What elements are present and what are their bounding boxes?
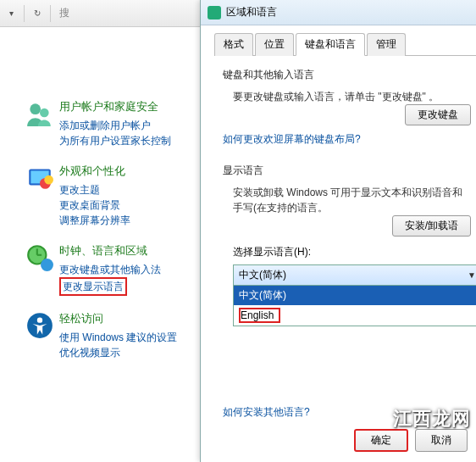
category-ease-of-access: 轻松访问 使用 Windows 建议的设置 优化视频显示 — [25, 311, 191, 360]
highlight-box: 更改显示语言 — [59, 277, 127, 296]
svg-point-1 — [40, 109, 49, 118]
link-screen-resolution[interactable]: 调整屏幕分辨率 — [59, 213, 191, 228]
section-heading: 键盘和其他输入语言 — [223, 68, 466, 82]
users-icon — [25, 99, 54, 128]
tabs: 格式 位置 键盘和语言 管理 — [214, 32, 476, 56]
category-title: 轻松访问 — [59, 311, 191, 326]
link-change-display-language[interactable]: 更改显示语言 — [63, 281, 124, 292]
tab-location[interactable]: 位置 — [255, 33, 294, 56]
control-panel-categories: 用户帐户和家庭安全 添加或删除用户帐户 为所有用户设置家长控制 外观和个性化 更… — [0, 27, 200, 462]
cancel-button[interactable]: 取消 — [415, 429, 468, 452]
dropdown-list: 中文(简体) English — [233, 286, 476, 326]
link-change-background[interactable]: 更改桌面背景 — [59, 198, 191, 213]
dialog-titlebar: 区域和语言 — [201, 0, 476, 25]
link-windows-suggestions[interactable]: 使用 Windows 建议的设置 — [59, 330, 191, 345]
link-parental-controls[interactable]: 为所有用户设置家长控制 — [59, 133, 191, 148]
dialog-buttons: 确定 取消 — [354, 429, 468, 452]
highlight-box: English — [239, 308, 280, 323]
dropdown-option[interactable]: 中文(简体) — [234, 286, 476, 305]
category-title: 时钟、语言和区域 — [59, 243, 191, 259]
tab-admin[interactable]: 管理 — [367, 33, 406, 56]
svg-point-9 — [41, 259, 53, 271]
svg-point-5 — [44, 175, 53, 185]
link-add-remove-user[interactable]: 添加或删除用户帐户 — [59, 118, 191, 133]
category-appearance: 外观和个性化 更改主题 更改桌面背景 调整屏幕分辨率 — [25, 164, 191, 228]
display-language-section: 显示语言 安装或卸载 Windows 可用于显示文本和识别语音和手写(在支持的语… — [209, 152, 476, 331]
globe-icon — [208, 6, 221, 19]
change-keyboard-button[interactable]: 更改键盘 — [405, 104, 471, 125]
search-input[interactable]: 搜 — [59, 6, 69, 20]
svg-point-0 — [30, 103, 41, 114]
divider — [50, 5, 51, 22]
tab-keyboard-language[interactable]: 键盘和语言 — [296, 33, 365, 56]
dropdown-icon[interactable]: ▾ — [3, 6, 19, 21]
dropdown-selected[interactable]: 中文(简体) ▼ — [233, 264, 476, 286]
install-uninstall-language-button[interactable]: 安装/卸载语 — [392, 215, 471, 237]
link-optimize-video[interactable]: 优化视频显示 — [59, 345, 191, 360]
link-change-theme[interactable]: 更改主题 — [59, 182, 191, 198]
category-clock-language: 时钟、语言和区域 更改键盘或其他输入法 更改显示语言 — [25, 243, 191, 296]
category-user-accounts: 用户帐户和家庭安全 添加或删除用户帐户 为所有用户设置家长控制 — [25, 99, 191, 148]
category-title: 外观和个性化 — [59, 164, 191, 179]
appearance-icon — [25, 164, 54, 192]
select-language-label: 选择显示语言(H): — [233, 245, 466, 259]
section-description: 安装或卸载 Windows 可用于显示文本和识别语音和手写(在支持的语言。 — [233, 185, 466, 215]
refresh-icon[interactable]: ↻ — [30, 6, 45, 21]
dropdown-option[interactable]: English — [234, 305, 476, 326]
ease-of-access-icon — [25, 311, 54, 340]
link-welcome-screen-layout[interactable]: 如何更改欢迎屏幕的键盘布局? — [223, 133, 361, 145]
keyboard-section: 键盘和其他输入语言 要更改键盘或输入语言，请单击 "更改键盘" 。 更改键盘 如… — [209, 56, 476, 152]
link-install-other-languages[interactable]: 如何安装其他语言? — [223, 405, 310, 420]
display-language-dropdown[interactable]: 中文(简体) ▼ 中文(简体) English — [233, 264, 476, 326]
section-heading: 显示语言 — [223, 164, 466, 178]
chevron-down-icon: ▼ — [468, 270, 476, 280]
tab-format[interactable]: 格式 — [214, 33, 253, 56]
divider — [24, 5, 25, 22]
clock-region-icon — [25, 243, 54, 272]
svg-point-11 — [37, 317, 42, 322]
region-language-dialog: 区域和语言 格式 位置 键盘和语言 管理 键盘和其他输入语言 要更改键盘或输入语… — [200, 0, 476, 462]
ok-button[interactable]: 确定 — [354, 429, 408, 452]
dialog-title: 区域和语言 — [226, 5, 277, 19]
section-description: 要更改键盘或输入语言，请单击 "更改键盘" 。 — [233, 89, 466, 104]
category-title: 用户帐户和家庭安全 — [59, 99, 191, 114]
dropdown-selected-text: 中文(简体) — [239, 268, 286, 282]
link-change-input-method[interactable]: 更改键盘或其他输入法 — [59, 262, 191, 277]
